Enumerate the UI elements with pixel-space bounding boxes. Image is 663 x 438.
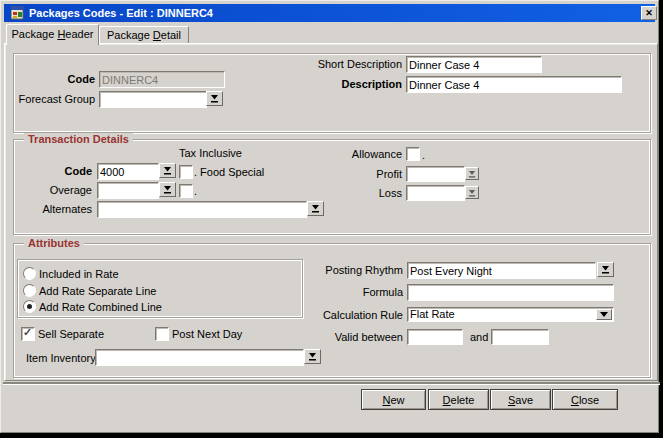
lov-down-arrow-icon	[468, 185, 476, 200]
tax-inclusive-label: Tax Inclusive	[179, 147, 242, 160]
loss-lov-button[interactable]	[465, 186, 479, 199]
calculation-rule-combobox[interactable]: Flat Rate	[407, 307, 614, 322]
overage-dot-label: .	[194, 185, 197, 198]
description-field[interactable]	[406, 76, 622, 93]
food-special-checkbox[interactable]	[179, 165, 193, 179]
item-inventory-field[interactable]	[95, 349, 304, 366]
loss-field[interactable]	[406, 185, 465, 201]
lov-down-arrow-icon	[311, 201, 320, 216]
tab-label: eader	[65, 28, 93, 40]
allowance-dot-label: .	[422, 149, 425, 162]
tab-label: Package	[12, 28, 58, 40]
formula-field[interactable]	[407, 284, 614, 301]
posting-rhythm-label: Posting Rhythm	[313, 264, 403, 277]
save-button[interactable]: Save	[490, 389, 551, 410]
lov-down-arrow-icon	[601, 262, 610, 277]
included-in-rate-label: Included in Rate	[39, 268, 119, 281]
overage-label: Overage	[30, 184, 92, 197]
lov-down-arrow-icon	[210, 91, 219, 106]
post-next-day-checkbox[interactable]	[155, 327, 169, 341]
delete-button[interactable]: Delete	[428, 389, 489, 410]
valid-to-field[interactable]	[491, 329, 549, 345]
allowance-label: Allowance	[332, 148, 402, 161]
code-field	[99, 71, 225, 88]
transaction-details-title: Transaction Details	[24, 133, 133, 145]
close-button-bottom[interactable]: Close	[552, 389, 618, 410]
formula-label: Formula	[343, 286, 403, 299]
button-label-accesskey: D	[443, 394, 451, 406]
attributes-title: Attributes	[24, 237, 84, 249]
lov-down-arrow-icon	[163, 163, 172, 178]
short-description-label: Short Description	[292, 58, 402, 71]
calculation-rule-value: Flat Rate	[410, 308, 455, 320]
included-in-rate-radio[interactable]	[23, 267, 36, 280]
item-inventory-lov-button[interactable]	[304, 349, 321, 364]
button-label: ave	[515, 394, 533, 406]
overage-checkbox[interactable]	[179, 184, 193, 198]
valid-from-field[interactable]	[407, 329, 463, 345]
close-button[interactable]: ✕	[641, 6, 657, 20]
button-label-accesskey: C	[571, 394, 579, 406]
tab-label: Package	[107, 29, 153, 41]
and-label: and	[470, 331, 488, 344]
add-rate-separate-line-label: Add Rate Separate Line	[39, 285, 156, 298]
button-bar-separator	[3, 382, 660, 384]
button-label: elete	[451, 394, 475, 406]
description-label: Description	[292, 78, 402, 91]
lov-down-arrow-icon	[163, 182, 172, 197]
add-rate-separate-line-radio[interactable]	[23, 284, 36, 297]
sell-separate-label: Sell Separate	[38, 328, 104, 341]
overage-lov-button[interactable]	[159, 182, 176, 197]
overage-field[interactable]	[97, 182, 159, 199]
titlebar[interactable]: Packages Codes - Edit : DINNERC4 ✕	[4, 4, 655, 22]
calculation-rule-label: Calculation Rule	[308, 309, 403, 322]
item-inventory-label: Item Inventory	[26, 352, 92, 365]
profit-field[interactable]	[406, 166, 465, 182]
alternates-lov-button[interactable]	[307, 201, 324, 216]
calculation-rule-dropdown-button[interactable]	[596, 309, 612, 320]
tab-package-header[interactable]: Package Header	[6, 24, 99, 45]
tab-label: etail	[161, 29, 181, 41]
code-label: Code	[20, 73, 95, 86]
transaction-code-label: Code	[40, 165, 92, 178]
alternates-field[interactable]	[97, 201, 307, 218]
lov-down-arrow-icon	[468, 166, 476, 181]
close-icon: ✕	[645, 8, 653, 18]
transaction-code-field[interactable]	[97, 163, 159, 180]
add-rate-combined-line-radio[interactable]	[23, 300, 36, 313]
application-window: Packages Codes - Edit : DINNERC4 ✕ Packa…	[0, 0, 663, 438]
food-special-label: . Food Special	[194, 166, 264, 179]
window-title: Packages Codes - Edit : DINNERC4	[29, 7, 213, 19]
posting-rhythm-field[interactable]	[407, 262, 596, 279]
posting-rhythm-lov-button[interactable]	[597, 262, 614, 277]
lov-down-arrow-icon	[308, 349, 317, 364]
dropdown-arrow-icon	[600, 312, 608, 317]
short-description-field[interactable]	[406, 56, 542, 73]
profit-lov-button[interactable]	[465, 167, 479, 180]
forecast-group-field[interactable]	[99, 91, 207, 108]
transaction-code-lov-button[interactable]	[159, 163, 176, 178]
allowance-checkbox[interactable]	[406, 147, 420, 161]
alternates-label: Alternates	[30, 203, 92, 216]
valid-between-label: Valid between	[323, 331, 403, 344]
new-button[interactable]: New	[361, 389, 426, 410]
app-icon	[11, 6, 25, 20]
forecast-group-label: Forecast Group	[5, 93, 95, 106]
loss-label: Loss	[342, 187, 402, 200]
post-next-day-label: Post Next Day	[172, 328, 242, 341]
sell-separate-checkbox[interactable]	[21, 327, 35, 341]
tab-label-accesskey: D	[153, 29, 161, 41]
button-label: lose	[579, 394, 599, 406]
add-rate-combined-line-label: Add Rate Combined Line	[39, 301, 162, 314]
forecast-group-lov-button[interactable]	[206, 91, 223, 106]
button-label: ew	[390, 394, 404, 406]
profit-label: Profit	[342, 168, 402, 181]
